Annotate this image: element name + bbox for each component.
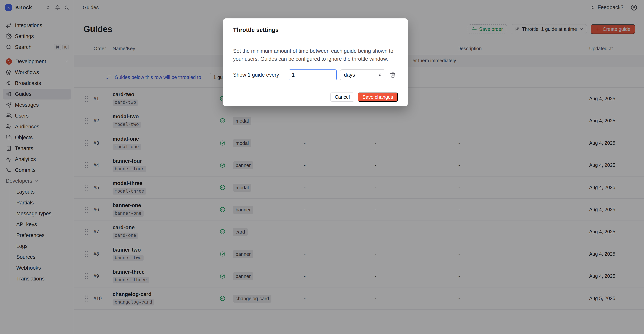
- throttle-settings-modal: Throttle settings Set the minimum amount…: [223, 19, 408, 106]
- throttle-amount-input[interactable]: 1: [289, 69, 337, 80]
- text-caret: [295, 72, 295, 78]
- trash-icon[interactable]: [390, 72, 396, 78]
- select-stepper-icon: [378, 72, 383, 77]
- throttle-form-label: Show 1 guide every: [233, 72, 279, 78]
- save-changes-button[interactable]: Save changes: [358, 93, 398, 102]
- throttle-amount-value: 1: [292, 72, 295, 78]
- modal-description: Set the minimum amount of time between e…: [233, 47, 396, 63]
- throttle-unit-value: days: [344, 72, 355, 78]
- cancel-button[interactable]: Cancel: [330, 93, 354, 102]
- throttle-unit-select[interactable]: days: [340, 69, 385, 80]
- modal-title: Throttle settings: [233, 27, 398, 33]
